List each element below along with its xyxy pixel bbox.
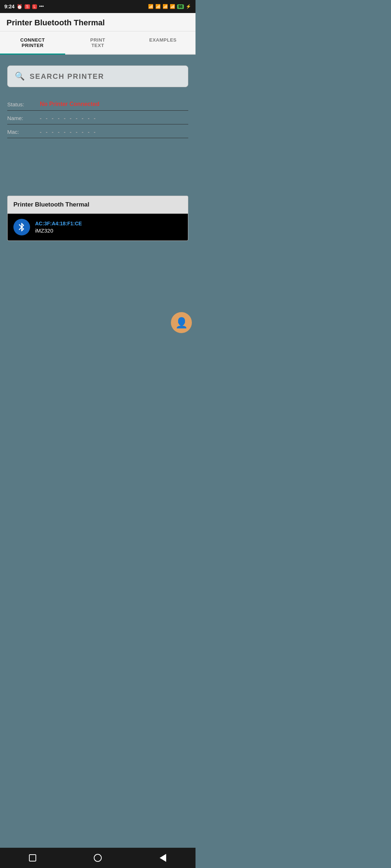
search-printer-label: SEARCH PRINTER <box>30 72 104 81</box>
more-icon: ••• <box>39 4 44 9</box>
mac-value: - - - - - - - - - - <box>40 129 97 135</box>
status-value: No Printer Connected <box>40 101 99 107</box>
fab-icon: 👤 <box>175 317 188 329</box>
search-icon: 🔍 <box>15 72 25 81</box>
main-content: 🔍 SEARCH PRINTER Status: No Printer Conn… <box>0 55 196 380</box>
app-bar: Printer Bluetooth Thermal <box>0 13 196 31</box>
name-label: Name: <box>7 115 36 121</box>
tab-print-text[interactable]: PRINT TEXT <box>65 31 130 54</box>
device-info: AC:3F:A4:18:F1:CE iMZ320 <box>35 221 82 234</box>
tab-examples[interactable]: EXAMPLES <box>130 31 196 54</box>
mac-label: Mac: <box>7 129 36 135</box>
mac-row: Mac: - - - - - - - - - - <box>7 126 188 138</box>
device-name: iMZ320 <box>35 227 82 234</box>
status-label: Status: <box>7 101 36 107</box>
status-left: 9:24 ⏰ S L ••• <box>4 4 44 9</box>
app-icon-2: L <box>32 4 37 9</box>
bluetooth-device-dropdown: Printer Bluetooth Thermal AC:3F:A4:18:F1… <box>7 196 188 241</box>
name-value: - - - - - - - - - - <box>40 115 97 121</box>
name-row: Name: - - - - - - - - - - <box>7 112 188 124</box>
tab-connect-printer[interactable]: CONNECT PRINTER <box>0 31 65 54</box>
search-printer-button[interactable]: 🔍 SEARCH PRINTER <box>7 65 188 87</box>
signal-icon-1: 📶 <box>155 4 161 9</box>
tab-bar: CONNECT PRINTER PRINT TEXT EXAMPLES <box>0 31 196 55</box>
wifi-icon: 📶 <box>170 4 175 9</box>
bluetooth-device-item[interactable]: AC:3F:A4:18:F1:CE iMZ320 <box>8 214 188 241</box>
alarm-icon: ⏰ <box>17 4 22 9</box>
status-right: 📶 📶 📶 📶 98 ⚡ <box>148 4 191 9</box>
status-time: 9:24 <box>4 4 14 9</box>
app-title: Printer Bluetooth Thermal <box>7 18 105 27</box>
dropdown-header: Printer Bluetooth Thermal <box>8 196 188 214</box>
status-bar: 9:24 ⏰ S L ••• 📶 📶 📶 📶 98 ⚡ <box>0 0 196 13</box>
device-mac: AC:3F:A4:18:F1:CE <box>35 221 82 226</box>
charging-icon: ⚡ <box>186 4 191 9</box>
bluetooth-device-icon <box>13 219 30 235</box>
status-row: Status: No Printer Connected <box>7 98 188 111</box>
fab-button[interactable]: 👤 <box>171 312 192 333</box>
bluetooth-svg <box>17 222 27 232</box>
battery-indicator: 98 <box>177 4 184 9</box>
signal-icon-2: 📶 <box>163 4 168 9</box>
app-icon-1: S <box>25 4 30 9</box>
bluetooth-icon: 📶 <box>148 4 154 9</box>
